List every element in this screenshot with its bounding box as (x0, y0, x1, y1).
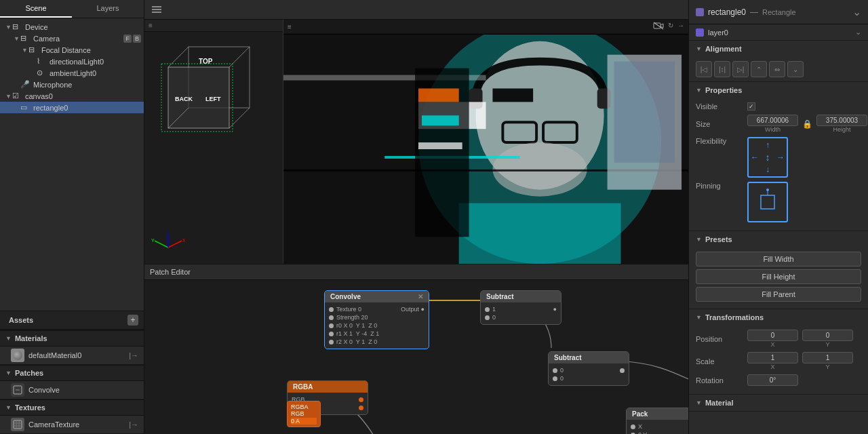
pos-x-group: X (747, 330, 798, 348)
port-label: 0 (560, 375, 564, 382)
tree-item-amblight[interactable]: ⊙ ambientLight0 (0, 67, 144, 79)
camera-viewport[interactable]: ≡ ↻ → (283, 20, 688, 264)
patch-canvas[interactable]: Convolve ✕ Texture 0 Output ● Strength 2… (144, 280, 688, 434)
scale-x-input[interactable] (747, 352, 798, 363)
pos-y-input[interactable] (802, 330, 853, 341)
pos-x-input[interactable] (747, 330, 798, 341)
align-hcenter-button[interactable]: ⇔ (769, 61, 785, 77)
material-section-header[interactable]: ▼ Material (689, 395, 868, 411)
flexibility-label: Flexibility (696, 137, 743, 145)
add-asset-button[interactable]: + (127, 315, 138, 326)
hamburger-icon[interactable] (150, 3, 163, 16)
patch-close-icon[interactable]: ✕ (418, 293, 423, 300)
scale-inputs: X Y (747, 352, 853, 370)
tree-item-dirlight[interactable]: ⌇ directionalLight0 (0, 56, 144, 67)
patch-input-rgb: RGB (291, 410, 317, 417)
assets-header[interactable]: Assets + (0, 311, 144, 330)
align-vcenter-button[interactable]: |↕| (714, 61, 730, 77)
presets-section-header[interactable]: ▼ Presets (689, 231, 868, 248)
align-left-button[interactable]: |◁ (696, 61, 712, 77)
alignment-grid: |◁ |↕| ▷| ⌃ ⇔ ⌄ (696, 61, 861, 77)
camera-off-icon[interactable] (653, 22, 664, 31)
patch-port: 0 (553, 366, 625, 374)
patch-title-pack: Pack (632, 410, 648, 418)
materials-section: ▼ Materials defaultMaterial0 |→ (0, 330, 144, 365)
mat-arrow: ▼ (5, 335, 12, 342)
visible-checkbox[interactable]: ✓ (747, 102, 755, 111)
port-label: Texture 0 (336, 306, 361, 313)
expand-icon[interactable]: → (677, 22, 684, 31)
port-label: 1 (492, 306, 496, 313)
layer-dropdown-icon[interactable]: ⌄ (855, 28, 861, 37)
texture-item-camera[interactable]: CameraTexture |→ (0, 416, 144, 433)
properties-section-header[interactable]: ▼ Properties (689, 82, 868, 98)
refresh-icon[interactable]: ↻ (668, 22, 673, 31)
tree-item-focal[interactable]: ▼ ⊟ Focal Distance (0, 44, 144, 56)
height-input[interactable] (816, 115, 867, 126)
svg-text:X: X (182, 238, 185, 243)
inspector-title-group: rectangle0 — Rectangle (696, 7, 796, 17)
badge-f: F (123, 35, 132, 43)
port-dot (359, 406, 363, 410)
scale-y-input[interactable] (802, 352, 853, 363)
3d-viewport[interactable]: ≡ TOP BACK LEFT (144, 20, 283, 264)
camera-toolbar-icons: ↻ → (653, 22, 684, 31)
alignment-section-header[interactable]: ▼ Alignment (689, 41, 868, 57)
tree-label: canvas0 (25, 92, 53, 100)
tree-item-mic[interactable]: 🎤 Microphone (0, 79, 144, 90)
patch-node-pack[interactable]: Pack X 0 Y (626, 408, 688, 434)
patch-title-subtract1: Subtract (486, 293, 514, 300)
fill-height-button[interactable]: Fill Height (696, 269, 861, 284)
camera-toolbar-menu[interactable]: ≡ (288, 23, 292, 31)
patch-item-convolve[interactable]: Convolve (0, 381, 144, 399)
patch-node-subtract2[interactable]: Subtract 0 0 (548, 351, 629, 386)
tree-item-canvas[interactable]: ▼ ☑ canvas0 (0, 90, 144, 102)
size-inputs: Width 🔒 Height (747, 115, 867, 133)
patch-node-convolve[interactable]: Convolve ✕ Texture 0 Output ● Strength 2… (324, 290, 429, 349)
tab-scene[interactable]: Scene (0, 0, 72, 18)
middle-panel: ≡ TOP BACK LEFT (144, 0, 688, 434)
align-right-button[interactable]: ▷| (732, 61, 749, 77)
port-label: Strength 20 (336, 314, 368, 321)
material-section: ▼ Material (689, 395, 868, 412)
textures-header[interactable]: ▼ Textures (0, 399, 144, 416)
transformations-section-header[interactable]: ▼ Transformations (689, 309, 868, 326)
port-label: r1 X 1 Y -4 Z 1 (336, 330, 379, 337)
texture-icon (11, 418, 24, 431)
patch-node-input-orange[interactable]: RGBA RGB 0 A (287, 401, 321, 427)
tab-layers[interactable]: Layers (72, 0, 144, 18)
width-input[interactable] (747, 115, 798, 126)
patches-header[interactable]: ▼ Patches (0, 365, 144, 381)
patch-port-r0: r0 X 0 Y 1 Z 0 (329, 321, 425, 330)
rotation-input[interactable] (747, 374, 798, 386)
port-output: ● (553, 306, 557, 313)
fill-parent-button[interactable]: Fill Parent (696, 287, 861, 302)
position-row: Position X Y (696, 330, 861, 348)
patch-header-subtract1: Subtract (481, 291, 561, 302)
materials-header[interactable]: ▼ Materials (0, 330, 144, 347)
svg-point-50 (766, 189, 769, 191)
port-dot (359, 397, 363, 402)
height-input-group: Height (816, 115, 867, 133)
focal-icon: ⊟ (28, 45, 39, 54)
flex-left-arrow: ← (751, 153, 759, 162)
align-bottom-button[interactable]: ⌄ (787, 61, 804, 77)
tree-item-camera[interactable]: ▼ ⊟ Camera F B (0, 33, 144, 44)
flex-right-arrow: → (776, 153, 785, 162)
properties-section: ▼ Properties Visible ✓ Size Width 🔒 (689, 82, 868, 231)
patch-label: Convolve (28, 386, 138, 394)
patch-node-subtract1[interactable]: Subtract 1 ● 0 (480, 290, 561, 325)
inspector-collapse-button[interactable]: ⌄ (852, 5, 861, 18)
svg-text:Y: Y (151, 238, 155, 243)
transform-arrow: ▼ (696, 314, 702, 321)
pinning-label: Pinning (696, 182, 743, 190)
fill-width-button[interactable]: Fill Width (696, 252, 861, 267)
tree-item-device[interactable]: ▼ ⊟ Device (0, 21, 144, 33)
presets-content: Fill Width Fill Height Fill Parent (689, 248, 868, 309)
tree-item-rect[interactable]: ▭ rectangle0 (0, 102, 144, 113)
align-top-button[interactable]: ⌃ (751, 61, 767, 77)
scale-label: Scale (696, 357, 743, 366)
3d-toolbar-menu[interactable]: ≡ (149, 22, 153, 29)
patch-header-pack: Pack (627, 408, 688, 420)
material-item-default[interactable]: defaultMaterial0 |→ (0, 347, 144, 364)
